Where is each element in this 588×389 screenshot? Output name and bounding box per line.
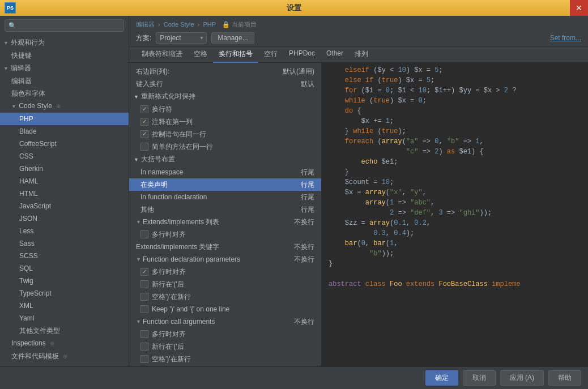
setting-value: 默认(通用) — [280, 66, 314, 76]
sidebar-label: 其他文件类型 — [19, 327, 60, 335]
checkbox-comment-first[interactable] — [140, 118, 148, 126]
sidebar-item-haml[interactable]: HAML — [0, 175, 129, 187]
sidebar-item-css[interactable]: CSS — [0, 150, 129, 163]
code-preview: elseif ($y < 10) $x = 5; else if (true) … — [322, 63, 588, 366]
code-line: 0.3, 0.4); — [322, 228, 588, 238]
sidebar-item-gherkin[interactable]: Gherkin — [0, 163, 129, 175]
checkbox-simple-method[interactable] — [140, 143, 148, 151]
section-arrow4: ▼ — [136, 317, 142, 327]
sidebar-label: HAML — [19, 177, 38, 185]
tab-arrange[interactable]: 排列 — [349, 46, 374, 63]
sidebar-label: Code Style — [19, 102, 52, 110]
tab-phpdoc[interactable]: PHPDoc — [283, 46, 321, 63]
section-reformat[interactable]: ▼ 重新格式化时保持 — [129, 90, 321, 103]
checkbox-keep-paren[interactable] — [140, 305, 148, 313]
setting-call-align-multi: 多行时对齐 — [129, 328, 321, 340]
setting-in-class[interactable]: 在类声明 行尾 — [129, 178, 321, 191]
code-line: while (true) $x = 0; — [322, 96, 588, 106]
sidebar-item-yaml[interactable]: Yaml — [0, 312, 129, 324]
setting-value: 行尾 — [280, 192, 314, 202]
sidebar-item-scss[interactable]: SCSS — [0, 250, 129, 262]
sidebar-item-keymap[interactable]: 快捷键 — [0, 49, 129, 62]
expand-arrow: ▼ — [11, 101, 17, 112]
setting-func-decl-params: ▼ Function declaration parameters 不换行 — [129, 253, 321, 266]
sidebar-item-appearance[interactable]: ▼ 外观和行为 — [0, 36, 129, 49]
help-button[interactable]: 帮助 — [548, 370, 581, 386]
search-input[interactable] — [19, 22, 120, 29]
breadcrumb-editor: 编辑器 — [136, 21, 155, 28]
cancel-button[interactable]: 取消 — [463, 370, 496, 386]
sidebar-item-typescript[interactable]: TypeScript — [0, 287, 129, 300]
checkbox-control-same[interactable] — [140, 130, 148, 138]
sidebar-label: JavaScript — [19, 202, 51, 210]
apply-button[interactable]: 应用 (A) — [500, 370, 544, 386]
sidebar-item-inspections[interactable]: Inspections ⊕ — [0, 337, 129, 350]
settings-panel: 右边距(列): 默认(通用) 键入换行 默认 ▼ 重新格式化时保持 换行符 — [129, 63, 322, 366]
checkbox-call-newline-after[interactable] — [140, 343, 148, 350]
sidebar-label: CoffeeScript — [19, 140, 57, 148]
section-label: 大括号布置 — [141, 155, 175, 164]
sidebar-item-json[interactable]: JSON — [0, 212, 129, 225]
code-line: } — [322, 259, 588, 269]
section-braces[interactable]: ▼ 大括号布置 — [129, 153, 321, 166]
tab-other[interactable]: Other — [321, 46, 349, 63]
breadcrumb-project: 当前项目 — [232, 21, 257, 28]
set-from-link[interactable]: Set from... — [550, 34, 581, 42]
checkbox-call-align[interactable] — [140, 330, 148, 338]
sidebar-item-blade[interactable]: Blade — [0, 125, 129, 138]
close-button[interactable]: ✕ — [570, 0, 588, 16]
setting-func-new-line-after: 新行在'('后 — [129, 278, 321, 290]
code-line: 2 => "def", 3 => "ghi")); — [322, 208, 588, 218]
sidebar-item-coffeescript[interactable]: CoffeeScript — [0, 138, 129, 150]
setting-right-margin: 右边距(列): 默认(通用) — [129, 65, 321, 78]
copy-icon3: ⊕ — [63, 353, 67, 360]
right-panel: 编辑器 › Code Style › PHP 🔒 当前项目 方案: Projec… — [129, 16, 588, 366]
checkbox-call-newline-before[interactable] — [140, 355, 148, 363]
setting-label: 多行时对齐 — [152, 229, 317, 240]
setting-value: 行尾 — [280, 204, 314, 215]
sidebar-item-filecodetemplates[interactable]: 文件和代码模板 ⊕ — [0, 350, 129, 363]
title-bar: PS 设置 ✕ — [0, 0, 588, 16]
setting-in-function: In function declaration 行尾 — [129, 191, 321, 203]
sidebar-item-colors[interactable]: 颜色和字体 — [0, 87, 129, 100]
checkbox-align-multi[interactable] — [140, 230, 148, 238]
sidebar-item-general[interactable]: 编辑器 — [0, 75, 129, 87]
setting-align-multi: 多行时对齐 — [129, 228, 321, 241]
code-line: } — [322, 167, 588, 177]
tab-spaces[interactable]: 空格 — [188, 46, 213, 63]
sidebar-item-sass[interactable]: Sass — [0, 237, 129, 250]
setting-label: 右边距(列): — [136, 66, 280, 76]
sidebar-item-php[interactable]: PHP — [0, 113, 129, 125]
scheme-label: 方案: — [136, 33, 151, 43]
checkbox-func-align[interactable] — [140, 268, 148, 276]
setting-label: 注释在第一列 — [152, 117, 317, 127]
setting-label: Keep ')' and '{' on one line — [152, 304, 317, 314]
scheme-select[interactable]: Project Default — [156, 32, 207, 44]
sidebar-item-editor[interactable]: ▼ 编辑器 — [0, 62, 129, 75]
sidebar-label: HTML — [19, 190, 38, 198]
manage-button[interactable]: Manage... — [211, 32, 254, 44]
sidebar-item-twig[interactable]: Twig — [0, 275, 129, 287]
tab-tabs-indent[interactable]: 制表符和缩进 — [136, 46, 188, 63]
checkbox-func-newline-after[interactable] — [140, 280, 148, 288]
setting-label: In namespace — [140, 167, 280, 177]
content-area: 右边距(列): 默认(通用) 键入换行 默认 ▼ 重新格式化时保持 换行符 — [129, 63, 588, 366]
sidebar-item-filetypes[interactable]: 其他文件类型 — [0, 324, 129, 337]
sidebar-label: 外观和行为 — [11, 39, 45, 46]
tab-wrapping[interactable]: 换行和括号 — [213, 46, 258, 63]
setting-label: 控制语句在同一行 — [152, 129, 317, 139]
sidebar-item-xml[interactable]: XML — [0, 300, 129, 312]
sidebar-item-codestyle[interactable]: ▼ Code Style ⊕ — [0, 100, 129, 113]
ok-button[interactable]: 确定 — [425, 370, 458, 386]
sidebar-item-javascript[interactable]: JavaScript — [0, 200, 129, 212]
tab-blank-lines[interactable]: 空行 — [258, 46, 283, 63]
checkbox-wrap-chars[interactable] — [140, 105, 148, 113]
sidebar-item-less[interactable]: Less — [0, 225, 129, 237]
code-line — [322, 269, 588, 279]
checkbox-func-newline-before[interactable] — [140, 293, 148, 301]
setting-wrap-chars: 换行符 — [129, 103, 321, 116]
sidebar-item-html[interactable]: HTML — [0, 187, 129, 200]
search-box[interactable]: 🔍 — [5, 19, 124, 32]
setting-label: 空格')'在新行 — [152, 354, 317, 364]
sidebar-item-sql[interactable]: SQL — [0, 262, 129, 275]
